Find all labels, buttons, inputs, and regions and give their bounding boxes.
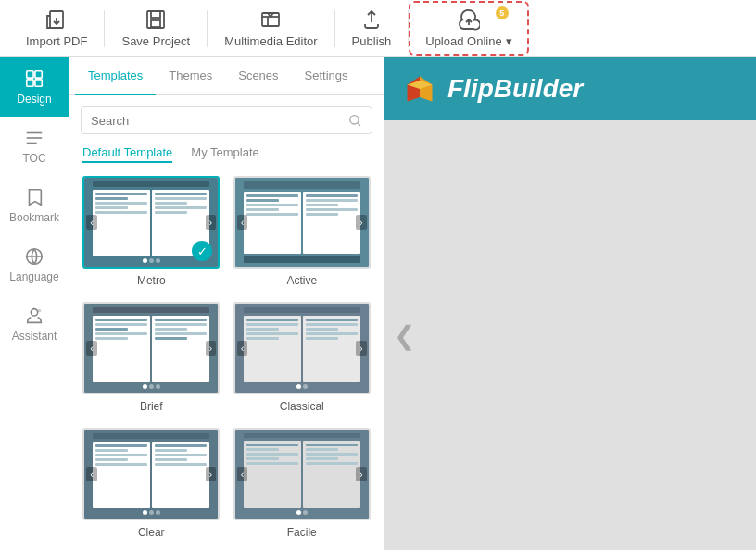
sub-tabs: Default Template My Template — [69, 142, 384, 170]
template-thumb-clear[interactable]: ‹ › — [82, 428, 220, 520]
svg-rect-6 — [27, 71, 33, 78]
sidebar-item-toc[interactable]: TOC — [0, 117, 69, 176]
sidebar-item-bookmark[interactable]: Bookmark — [0, 176, 69, 235]
preview-nav-left-button[interactable]: ❮ — [394, 320, 415, 351]
preview-header: FlipBuilder — [384, 57, 756, 120]
nav-left-clear[interactable]: ‹ — [86, 467, 97, 481]
nav-left-active[interactable]: ‹ — [237, 215, 248, 230]
nav-left-brief[interactable]: ‹ — [86, 341, 97, 356]
preview-area: FlipBuilder ❮ — [384, 57, 756, 550]
preview-content: ❮ — [384, 120, 756, 550]
template-label-brief: Brief — [140, 400, 163, 413]
template-thumb-active[interactable]: ‹ › — [233, 176, 371, 269]
svg-marker-19 — [408, 77, 421, 102]
template-brief[interactable]: ‹ › Brief — [81, 302, 222, 419]
publish-button[interactable]: Publish — [335, 3, 409, 54]
template-label-facile: Facile — [287, 526, 317, 539]
preview-brand-title: FlipBuilder — [447, 74, 583, 104]
nav-right-brief[interactable]: › — [206, 341, 217, 356]
sidebar-item-language[interactable]: Language — [0, 235, 69, 294]
svg-point-14 — [31, 309, 37, 316]
template-label-clear: Clear — [138, 526, 165, 539]
import-pdf-button[interactable]: Import PDF — [9, 3, 104, 54]
svg-rect-9 — [35, 80, 42, 86]
upload-badge: 5 — [496, 6, 509, 19]
template-active[interactable]: ‹ › Active — [232, 176, 373, 293]
template-thumb-metro[interactable]: ‹ › ✓ — [82, 176, 220, 269]
template-grid: ‹ › ✓ Metro — [69, 170, 384, 550]
search-icon — [347, 113, 362, 128]
search-input[interactable] — [91, 114, 342, 128]
svg-line-17 — [358, 123, 360, 126]
nav-right-classical[interactable]: › — [356, 341, 367, 356]
flipbuilder-logo-icon — [403, 72, 436, 106]
svg-marker-18 — [420, 77, 433, 102]
template-thumb-classical[interactable]: ‹ › — [233, 302, 371, 394]
sub-tab-my-template[interactable]: My Template — [191, 145, 258, 163]
tab-templates[interactable]: Templates — [75, 57, 156, 95]
svg-rect-4 — [151, 20, 160, 27]
sidebar: Design TOC Bookmark Language — [0, 57, 69, 550]
nav-right-active[interactable]: › — [356, 215, 367, 230]
tab-themes[interactable]: Themes — [156, 57, 225, 95]
nav-right-facile[interactable]: › — [356, 467, 367, 481]
template-label-metro: Metro — [137, 274, 166, 287]
panel-tabs: Templates Themes Scenes Settings — [69, 57, 384, 95]
sidebar-item-assistant[interactable]: Assistant — [0, 294, 69, 354]
template-metro[interactable]: ‹ › ✓ Metro — [81, 176, 222, 293]
nav-left-metro[interactable]: ‹ — [86, 215, 97, 230]
template-thumb-facile[interactable]: ‹ › — [233, 428, 371, 520]
nav-left-facile[interactable]: ‹ — [237, 467, 248, 481]
main-layout: Design TOC Bookmark Language — [0, 57, 756, 550]
svg-point-16 — [350, 116, 359, 124]
search-box — [81, 106, 372, 134]
nav-right-clear[interactable]: › — [206, 467, 217, 481]
sub-tab-default-template[interactable]: Default Template — [82, 145, 172, 163]
template-label-classical: Classical — [280, 400, 324, 413]
template-thumb-brief[interactable]: ‹ › — [82, 302, 220, 394]
template-label-active: Active — [286, 274, 317, 287]
nav-right-metro[interactable]: › — [206, 215, 217, 230]
template-facile[interactable]: ‹ › Facile — [232, 428, 373, 544]
tab-settings[interactable]: Settings — [292, 57, 361, 95]
svg-rect-7 — [35, 71, 42, 78]
save-project-button[interactable]: Save Project — [105, 3, 207, 54]
svg-rect-3 — [151, 11, 160, 18]
template-classical[interactable]: ‹ › Classical — [232, 302, 373, 419]
template-clear[interactable]: ‹ › Clear — [81, 428, 222, 544]
svg-rect-8 — [27, 80, 33, 86]
sidebar-item-design[interactable]: Design — [0, 57, 69, 117]
toolbar: Import PDF Save Project Multimedia Edito… — [0, 0, 756, 57]
multimedia-editor-button[interactable]: Multimedia Editor — [208, 3, 334, 54]
panel: Templates Themes Scenes Settings Default… — [69, 57, 384, 550]
svg-rect-2 — [147, 11, 164, 28]
nav-left-classical[interactable]: ‹ — [237, 341, 248, 356]
upload-online-button[interactable]: 5 Upload Online ▾ — [409, 1, 528, 56]
svg-rect-5 — [262, 13, 279, 26]
tab-scenes[interactable]: Scenes — [225, 57, 291, 95]
svg-point-15 — [38, 309, 42, 313]
